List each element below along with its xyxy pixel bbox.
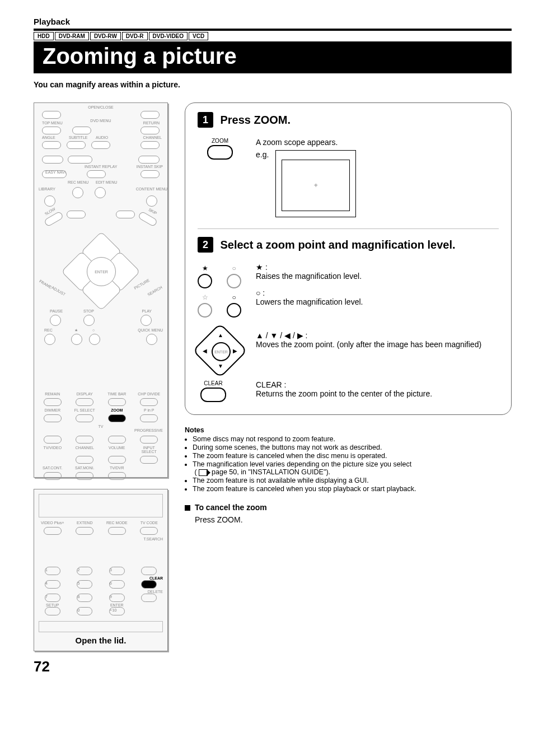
lbl-angle: ANGLE	[42, 136, 55, 139]
btn-timeslip	[68, 156, 92, 164]
btn-instant-replay	[87, 170, 106, 178]
lbl-adjust: ADJUST	[51, 286, 66, 297]
btn-edit-menu	[95, 187, 106, 198]
btn-top-menu	[42, 127, 61, 134]
btn-prev	[67, 211, 86, 218]
zoom-scope-text: A zoom scope appears.	[256, 138, 499, 147]
page-title: Zooming a picture	[34, 41, 512, 73]
lbl-play: PLAY	[142, 309, 152, 313]
lbl-p-in-p: P in P	[135, 408, 163, 412]
lbl-enter2: ENTER	[103, 603, 131, 607]
lbl-t-search: T.SEARCH	[39, 537, 163, 541]
lbl-open-close: OPEN/CLOSE	[88, 105, 114, 109]
lbl-tv-dvr: TV/DVR	[103, 466, 131, 470]
lbl-instant-replay: INSTANT REPLAY	[85, 165, 117, 169]
lbl-audio: AUDIO	[96, 136, 108, 139]
key-9: 9	[109, 594, 125, 602]
cancel-body: Press ZOOM.	[195, 515, 512, 524]
format-hdd: HDD	[34, 32, 54, 40]
lbl-easy-navi: EASY NAVI	[45, 170, 65, 174]
lbl-stop: STOP	[83, 309, 94, 313]
btn-library	[44, 195, 55, 207]
btn-instant-skip	[140, 170, 160, 178]
lbl-rec-menu: REC MENU	[68, 180, 88, 184]
cancel-section: To cancel the zoom Press ZOOM.	[185, 503, 512, 524]
btn-power	[140, 111, 160, 119]
btn-hdd	[42, 156, 63, 164]
key-setup	[45, 607, 60, 615]
lbl-skip: SKIP	[148, 207, 157, 215]
lbl-fl-select: FL SELECT	[71, 408, 99, 412]
lbl-dimmer: DIMMER	[39, 408, 67, 412]
btn-star-raise	[198, 274, 212, 288]
lbl-top-menu: TOP MENU	[42, 121, 63, 125]
btn-quick-menu	[146, 334, 157, 345]
format-dvd-r: DVD-R	[122, 32, 148, 40]
section-label: Playback	[34, 17, 512, 26]
open-lid-label: Open the lid.	[34, 636, 167, 645]
key-5: 5	[77, 580, 92, 589]
lbl-display: DISPLAY	[71, 392, 99, 396]
format-dvd-rw: DVD-RW	[90, 32, 121, 40]
lbl-rec: REC	[44, 328, 53, 332]
circle-bold-icon	[232, 292, 236, 302]
page-subtitle: You can magnify areas within a picture.	[34, 80, 512, 89]
lbl-edit-menu: EDIT MENU	[96, 180, 117, 184]
nav-text: Moves the zoom point. (only after the im…	[256, 340, 499, 349]
lbl-progressive: PROGRESSIVE	[39, 428, 163, 432]
lbl-delete: DELETE	[39, 590, 163, 594]
zoom-btn-label: ZOOM	[212, 138, 228, 144]
clear-heading: CLEAR :	[256, 380, 499, 389]
key-0: 0	[77, 607, 92, 615]
btn-return	[140, 127, 160, 134]
btn-content-menu	[146, 195, 157, 207]
note-item: Some discs may not respond to zoom featu…	[193, 435, 512, 443]
notes-section: Notes Some discs may not respond to zoom…	[185, 426, 512, 493]
lbl-instant-skip: INSTANT SKIP	[137, 165, 163, 169]
star-text: Raises the magnification level.	[256, 272, 499, 281]
nav-enter: ENTER	[87, 257, 116, 286]
zoom-scope-diagram	[282, 160, 350, 211]
btn-subtitle	[67, 141, 86, 149]
note-item: The zoom feature is canceled when you st…	[193, 485, 512, 493]
cancel-heading: To cancel the zoom	[195, 503, 267, 512]
lbl-extend: EXTEND	[71, 521, 99, 525]
key-6: 6	[109, 580, 125, 589]
note-item: During some scenes, the buttons may not …	[193, 444, 512, 451]
format-dvd-video: DVD-VIDEO	[149, 32, 188, 40]
btn-play	[140, 315, 152, 326]
lbl-content-menu: CONTENT MENU	[136, 187, 167, 191]
remote-lid-illustration: VIDEO Plus+ EXTEND REC MODE TV CODE T.SE…	[34, 489, 168, 651]
format-vcd: VCD	[189, 32, 208, 40]
clear-text: Returns the zoom point to the center of …	[256, 389, 499, 398]
btn-star-dim	[198, 303, 212, 318]
note-text: The magnification level varies depending…	[193, 460, 411, 468]
note-item: The zoom feature is canceled when the di…	[193, 452, 512, 460]
lbl-dvd: DVD MENU	[90, 119, 111, 123]
circle-symbol: ○ :	[256, 288, 265, 297]
lbl-tv-code: TV CODE	[135, 521, 163, 525]
lbl-sat-cont: SAT.CONT.	[39, 466, 67, 470]
btn-star	[71, 334, 82, 345]
step-1-title: Press ZOOM.	[220, 114, 291, 127]
lbl-picture: PICTURE	[134, 278, 151, 290]
note-item: The magnification level varies depending…	[193, 460, 512, 476]
btn-circle	[89, 334, 100, 345]
lbl-clear: CLEAR	[39, 576, 163, 580]
step-panel: 1 Press ZOOM. ZOOM A zoom scope appears.…	[185, 102, 512, 415]
lbl-video-plus: VIDEO Plus+	[39, 521, 67, 525]
btn-next	[116, 211, 135, 218]
lbl-setup: SETUP	[39, 603, 67, 607]
lbl-chp-divide: CHP DIVIDE	[135, 392, 163, 396]
star-symbol: ★ :	[256, 263, 268, 272]
btn-ch-up	[140, 141, 160, 149]
lbl-remain: REMAIN	[39, 392, 67, 396]
btn-zoom-highlight	[108, 414, 126, 422]
page-ref-icon	[199, 469, 208, 476]
btn-audio	[91, 141, 110, 149]
btn-circle-lower	[227, 303, 241, 318]
clear-button-icon	[200, 388, 226, 402]
lbl-tv-video: TV/VIDEO	[39, 446, 67, 454]
page-number: 72	[34, 658, 512, 675]
lbl-volume: VOLUME	[103, 446, 131, 454]
